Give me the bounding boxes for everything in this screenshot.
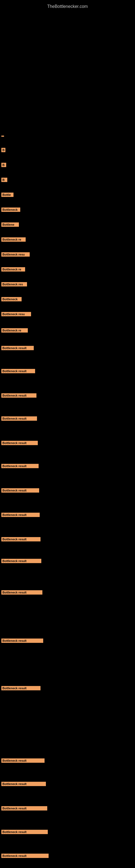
bottleneck-bar: Bottleneck result (1, 854, 49, 858)
bottleneck-bar: Bottleneck result (1, 639, 43, 643)
bottleneck-bar: Bottleneck resu (1, 252, 30, 257)
bottleneck-bar-row: Bottleneck resu (1, 312, 31, 317)
bottleneck-bar: Bottleneck result (1, 590, 42, 595)
bottleneck-bar: Bottleneck result (1, 346, 34, 350)
bottleneck-bar-row: Bottleneck result (1, 441, 38, 446)
bottleneck-bar-row: Bottleneck result (1, 758, 45, 764)
bottleneck-bar: Bottleneck result (1, 513, 40, 517)
bottleneck-bar: Bottleneck re (1, 328, 28, 333)
bottleneck-bar-row: B (1, 163, 6, 168)
bottleneck-bar: Bottleneck (1, 297, 21, 301)
bottleneck-bar: Bottleneck result (1, 537, 41, 541)
bottleneck-bar: Bottleneck result (1, 464, 39, 468)
bottleneck-bar: Bottleneck result (1, 686, 41, 690)
bottleneck-bar-row: Bottleneck res (1, 282, 27, 287)
bottleneck-bar: Bottleneck result (1, 782, 46, 786)
bottleneck-bar-row: B (1, 148, 5, 153)
bottleneck-bar-row: Bottleneck result (1, 559, 41, 564)
bottleneck-bar: Bottleneck result (1, 369, 35, 373)
site-title: TheBottlenecker.com (0, 1, 135, 12)
bottleneck-bar: Bottleneck result (1, 806, 47, 810)
bottleneck-bar (1, 135, 4, 137)
bottleneck-bar: Bottleneck result (1, 830, 48, 834)
bottleneck-bar-row: Bottleneck (1, 297, 21, 303)
bottleneck-bar-row: Bottleneck result (1, 513, 40, 518)
bottleneck-bar: B (1, 148, 5, 152)
bottleneck-bar-row: Bottleneck result (1, 537, 41, 542)
bottleneck-bar: Bottleneck re (1, 267, 25, 272)
bottleneck-bar: Bottleneck result (1, 758, 45, 763)
bottleneck-bar-row: Bottleneck re (1, 267, 25, 273)
bottleneck-bar: Bottleneck resu (1, 312, 31, 316)
bottleneck-bar-row: Bottleneck result (1, 464, 39, 469)
bottleneck-bar-row: Bottleneck re (1, 328, 28, 334)
bottleneck-bar-row: Bottleneck result (1, 346, 34, 351)
bottleneck-bar-row: Bottleneck resu (1, 252, 30, 258)
bottleneck-bar-row: B (1, 178, 7, 183)
bottleneck-bar-row: Bottleneck result (1, 416, 37, 422)
bottleneck-bar: Bottleneck (1, 208, 20, 212)
bottleneck-bar: Bottle (1, 193, 13, 197)
bottleneck-bar-row: Bottleneck (1, 208, 20, 213)
bottleneck-bar: Bottleneck result (1, 441, 38, 445)
bottleneck-bar-row: Bottleneck result (1, 590, 42, 596)
bottleneck-bar: Bottleneck result (1, 559, 41, 563)
bottleneck-bar: Bottleneck re (1, 237, 26, 242)
bottleneck-bar-row: Bottlene (1, 222, 19, 228)
bottleneck-bar-row: Bottleneck result (1, 782, 46, 787)
bottleneck-bar: Bottleneck result (1, 488, 39, 493)
bottleneck-bar-row: Bottleneck result (1, 369, 35, 374)
bottleneck-bar-row: Bottleneck re (1, 237, 26, 243)
bottleneck-bar-row: Bottleneck result (1, 806, 47, 812)
bottleneck-bar-row: Bottle (1, 193, 13, 198)
bottleneck-bar: Bottlene (1, 222, 19, 227)
bottleneck-bar-row: Bottleneck result (1, 830, 48, 835)
bottleneck-bar-row (1, 133, 4, 138)
bottleneck-bar: Bottleneck res (1, 282, 27, 286)
bottleneck-bar-row: Bottleneck result (1, 686, 41, 691)
bottleneck-bar-row: Bottleneck result (1, 393, 37, 399)
bottleneck-bar-row: Bottleneck result (1, 639, 43, 644)
bottleneck-bar: Bottleneck result (1, 393, 37, 398)
bottleneck-bar: B (1, 178, 7, 182)
bottleneck-bar-row: Bottleneck result (1, 854, 49, 859)
bottleneck-bar: B (1, 163, 6, 167)
bottleneck-bar: Bottleneck result (1, 416, 37, 421)
bottleneck-bar-row: Bottleneck result (1, 488, 39, 494)
